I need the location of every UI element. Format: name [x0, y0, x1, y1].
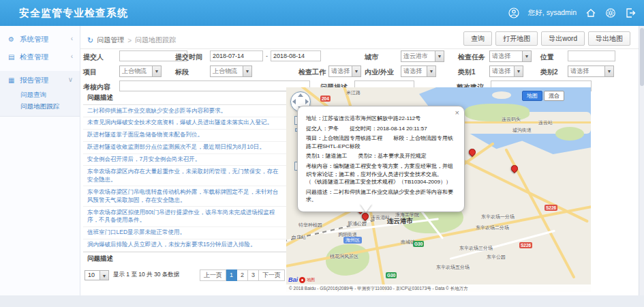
dropdown-arrow-icon: ▼ — [243, 66, 251, 76]
popup-submitter-time: 提交人：尹冬 提交时间：2018-08-14 20:11:57 — [306, 125, 456, 133]
pagination-info: 显示 1 至 10 共 30 条数据 — [113, 271, 179, 279]
page-scrollbar[interactable] — [639, 26, 644, 295]
main-content: ↻ 问题管理 > 问题地图跟踪 查询 打开地图 导出word 导出地图 提交人 … — [80, 26, 639, 295]
pan-left-icon[interactable] — [292, 99, 296, 104]
map-canvas[interactable]: 米江路 连云码头 连云站 墟沟街道 淮海工学院 新浦公园 连云港站 朐阳街道 南… — [286, 87, 591, 292]
cat2-select[interactable]: 请选择 ▼ — [568, 65, 614, 77]
road-badge: G30 — [386, 272, 397, 278]
cat1-select[interactable]: 请选择 ▼ — [489, 65, 523, 77]
cat1-label: 类别1 — [458, 68, 476, 77]
export-map-button[interactable]: 导出地图 — [588, 31, 630, 46]
page-size-value: 10 — [88, 272, 95, 278]
map-type-button[interactable]: 地图 — [522, 91, 542, 101]
task-select-value: 请选择 — [492, 53, 510, 59]
park-area — [555, 127, 584, 141]
problem-item[interactable]: 跃进村隧道掌子面应急储备物资未配备到位。 — [83, 130, 286, 142]
query-button[interactable]: 查询 — [463, 31, 492, 46]
road-badge: 204 — [320, 96, 331, 102]
next-page-button[interactable]: 下一页 — [259, 269, 285, 281]
prev-page-button[interactable]: 上一页 — [200, 269, 226, 281]
cat2-select-value: 请选择 — [570, 68, 589, 74]
map-label: 东辛公园 — [487, 254, 506, 261]
dropdown-arrow-icon: ▼ — [99, 271, 108, 280]
problem-item[interactable]: 东辛农场存梁区拟使用80t门吊进行提梁作业，该吊车尚未完成进场报监程序，不具备使… — [83, 207, 286, 227]
breadcrumb-page: 问题地图跟踪 — [135, 35, 176, 45]
city-select[interactable]: 连云港市 ▼ — [401, 50, 444, 62]
date-to-input[interactable]: 2018-08-14 — [271, 50, 321, 61]
footer-strip — [0, 295, 644, 307]
chevron-down-icon: ∨ — [68, 71, 73, 89]
inout-select[interactable]: 请选择 ▼ — [401, 65, 436, 77]
app-header: 安全监管专业检查系统 您好, sysadmin — [0, 0, 644, 26]
export-word-button[interactable]: 导出word — [541, 31, 585, 46]
problem-item[interactable]: 东辛农场存梁区内存在大量起重作业，未采取封闭管理，无门禁保安，存在安全隐患。 — [83, 166, 286, 186]
logout-icon[interactable] — [625, 8, 636, 18]
task-label: 检查任务 — [458, 53, 485, 62]
map-label: 东辛农场五分场 — [436, 264, 470, 271]
map-label: 东辛农场三分场 — [459, 245, 493, 252]
problem-item[interactable]: 二衬和仰拱施工作业交底缺少安全步距等内容和要求。 — [83, 105, 286, 117]
permissions-gear-icon[interactable] — [605, 8, 616, 18]
sidebar-item-system[interactable]: ⚙ 系统管理 ‹ — [0, 30, 80, 48]
app-title: 安全监管专业检查系统 — [19, 0, 128, 26]
map-label: 连云码头 — [502, 116, 521, 123]
map-label: 特华种植园 — [298, 222, 322, 229]
problem-item[interactable]: 未查见洞内爆破安全技术交底资料，爆破人员进出隧道未落实出入登记。 — [83, 117, 286, 130]
sidebar-item-problem-query[interactable]: 问题查询 — [0, 89, 80, 100]
task-select[interactable]: 请选择 ▼ — [489, 50, 532, 62]
divider — [80, 48, 639, 49]
section-select[interactable]: 上合物流 ▼ — [210, 65, 252, 77]
page-button-2[interactable]: 2 — [237, 269, 248, 281]
map-info-popup: × 地址：江苏省连云港市海州区解放中路22-112号 提交人：尹冬 提交时间：2… — [297, 106, 465, 212]
popup-address: 地址：江苏省连云港市海州区解放中路22-112号 — [306, 115, 456, 123]
position-input[interactable] — [568, 50, 615, 61]
sidebar-item-problem-map[interactable]: 问题地图跟踪 — [0, 100, 80, 112]
header-actions: 您好, sysadmin — [508, 0, 636, 26]
popup-categories: 类别1：隧道施工 类别2：基本要求及开挖规定 — [306, 152, 456, 160]
inout-select-value: 请选择 — [403, 68, 422, 74]
problem-item[interactable]: 东辛农场存梁区门吊电缆转盘传动机构外露，车载标牌固定不足，未针对台风预警天气采取… — [83, 186, 286, 207]
dropdown-arrow-icon: ▼ — [435, 51, 444, 61]
page-button-3[interactable]: 3 — [248, 269, 259, 281]
page-button-1[interactable]: 1 — [226, 269, 237, 281]
problem-item[interactable]: 安全例会召开滞后，7月安全例会尚未召开。 — [83, 154, 286, 166]
map-city-label: 连云港市 — [387, 217, 413, 226]
problem-item[interactable]: 跃进村隧道收敛监测部分点位监测频次不足，最近期日报为8月10日。 — [83, 142, 286, 154]
cat1-select-value: 请选择 — [492, 68, 510, 74]
refresh-icon[interactable]: ↻ — [87, 36, 93, 45]
home-icon[interactable] — [585, 8, 596, 18]
breadcrumb-separator: > — [127, 37, 132, 44]
project-select[interactable]: 上合物流 ▼ — [119, 65, 162, 77]
page-size-select[interactable]: 10 ▼ — [85, 270, 109, 280]
map-label: 东辛农场一分场 — [481, 214, 515, 220]
map-label: 白庄站 — [292, 234, 306, 241]
road-badge: G30 — [413, 241, 424, 247]
problem-item[interactable]: 值班室门口LED显示屏未能正常使用。 — [83, 227, 286, 239]
open-map-button[interactable]: 打开地图 — [495, 31, 538, 46]
baidu-logo-tag: 地图 — [307, 277, 315, 283]
map-district-label: 海州区 — [343, 237, 362, 244]
scrollbar-thumb[interactable] — [640, 28, 644, 86]
breadcrumb-section[interactable]: 问题管理 — [97, 35, 124, 45]
map-pin[interactable] — [361, 211, 370, 221]
baidu-paw-icon — [299, 277, 305, 283]
sidebar: ⚙ 系统管理 ‹ ▤ 检查管理 ‹ ▦ 报告管理 ∨ 问题查询 问题地图跟踪 — [0, 26, 80, 295]
work-label: 检查工作 — [298, 68, 326, 77]
work-select[interactable]: 请选择 ▼ — [328, 65, 361, 77]
map-label: 连云站 — [538, 119, 553, 126]
date-from-input[interactable]: 2018-07-14 — [210, 50, 263, 61]
hybrid-type-button[interactable]: 混合 — [544, 91, 564, 101]
sidebar-item-report[interactable]: ▦ 报告管理 ∨ — [0, 71, 80, 89]
sidebar-item-inspection[interactable]: ▤ 检查管理 ‹ — [0, 48, 80, 65]
pan-up-icon[interactable] — [298, 93, 303, 97]
problem-item[interactable]: 洞内爆破后排险人员立即进入，未按方案要求15分钟后进入排险。 — [83, 239, 286, 252]
map-label: 新浦公园 — [348, 220, 367, 227]
chevron-left-icon: ‹ — [71, 48, 73, 65]
pan-right-icon[interactable] — [305, 99, 309, 104]
close-icon[interactable]: × — [455, 108, 459, 117]
map-label: 东辛农场二分场 — [476, 224, 509, 231]
map-copyright: © 2018 Baidu - GS(2016)2089号 - 甲测资字11009… — [286, 284, 591, 292]
assess-input[interactable] — [119, 81, 310, 91]
baidu-logo: Bai 地图 — [288, 276, 315, 283]
dropdown-arrow-icon: ▼ — [427, 66, 435, 76]
